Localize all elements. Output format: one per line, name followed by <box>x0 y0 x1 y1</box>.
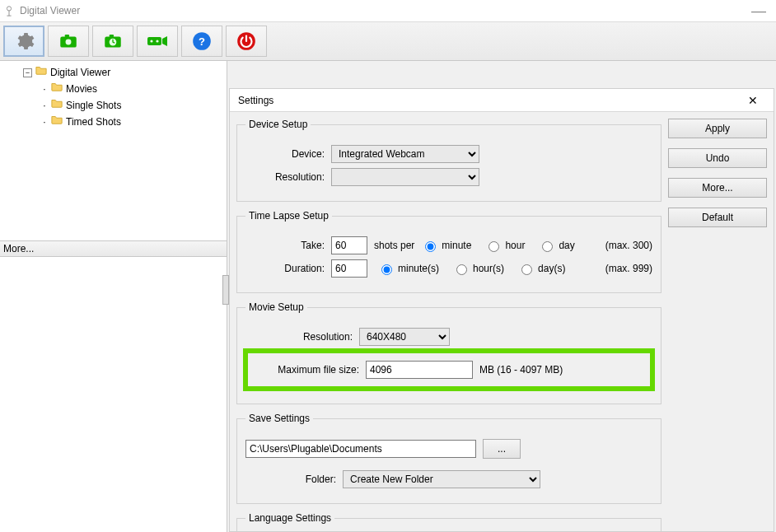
tree-item-label: Movies <box>66 81 97 97</box>
right-area: Settings ✕ Device Setup Device: Integrat… <box>227 61 776 532</box>
folder-icon <box>51 97 63 114</box>
svg-point-0 <box>7 7 11 11</box>
language-settings-group: Language Settings English <box>236 512 661 531</box>
more-button[interactable]: More... <box>668 178 767 198</box>
duration-hour-radio[interactable]: hour(s) <box>452 262 504 275</box>
more-panel-header[interactable]: More... <box>0 240 227 257</box>
duration-hour-radio-input[interactable] <box>456 264 467 275</box>
undo-button[interactable]: Undo <box>668 148 767 168</box>
take-minute-radio[interactable]: minute <box>421 239 471 252</box>
duration-input[interactable] <box>331 259 367 278</box>
close-button[interactable]: ✕ <box>741 94 765 107</box>
max-filesize-input[interactable] <box>366 361 473 379</box>
snapshot-button[interactable] <box>48 26 89 57</box>
settings-title: Settings <box>238 95 273 106</box>
svg-point-11 <box>156 40 158 42</box>
record-button[interactable] <box>137 26 178 57</box>
window-titlebar: Digital Viewer — <box>0 0 776 21</box>
max-filesize-label: Maximum file size: <box>252 364 359 376</box>
save-settings-group: Save Settings ... Folder: Create New Fol… <box>236 413 661 504</box>
tree-collapse-icon[interactable]: − <box>23 68 32 77</box>
camera-icon <box>58 30 79 52</box>
max-filesize-row: Maximum file size: MB (16 - 4097 MB) <box>245 351 652 389</box>
left-empty-area <box>0 257 227 532</box>
take-max-hint: (max. 300) <box>605 240 652 251</box>
timed-shots-button[interactable] <box>92 26 133 57</box>
tree-item-timed-shots[interactable]: · Timed Shots <box>5 114 222 130</box>
browse-button[interactable]: ... <box>483 439 521 459</box>
take-hour-label: hour <box>505 240 525 251</box>
left-panel: − Digital Viewer · Movies · Single Shots… <box>0 61 227 532</box>
folder-icon <box>35 64 47 81</box>
duration-minute-radio[interactable]: minute(s) <box>377 262 439 275</box>
default-button[interactable]: Default <box>668 208 767 227</box>
svg-rect-8 <box>110 35 114 37</box>
cassette-record-icon <box>145 30 170 52</box>
splitter-handle[interactable] <box>222 275 229 305</box>
svg-rect-9 <box>147 37 161 45</box>
duration-day-radio[interactable]: day(s) <box>517 262 565 275</box>
timelapse-setup-group: Time Lapse Setup Take: shots per minute … <box>236 210 661 293</box>
window-title: Digital Viewer <box>20 5 80 16</box>
settings-side-buttons: Apply Undo More... Default <box>668 119 767 525</box>
svg-point-10 <box>150 40 152 42</box>
tree-root-label: Digital Viewer <box>50 64 110 81</box>
shots-per-label: shots per <box>374 240 414 251</box>
take-day-radio-input[interactable] <box>542 241 553 252</box>
save-settings-legend: Save Settings <box>245 413 313 424</box>
duration-hour-label: hour(s) <box>473 263 504 274</box>
toolbar: ? <box>0 21 776 61</box>
folder-icon <box>51 114 63 130</box>
movie-setup-group: Movie Setup Resolution: 640X480 Maximum … <box>236 301 661 404</box>
settings-titlebar: Settings ✕ <box>230 89 774 112</box>
language-settings-legend: Language Settings <box>245 512 334 524</box>
tree-item-label: Timed Shots <box>66 114 121 130</box>
svg-marker-12 <box>162 36 167 46</box>
take-input[interactable] <box>331 236 367 254</box>
power-icon <box>236 30 257 52</box>
device-label: Device: <box>245 148 325 160</box>
camera-timer-icon <box>102 30 124 52</box>
folder-label: Folder: <box>245 474 336 485</box>
settings-dialog: Settings ✕ Device Setup Device: Integrat… <box>229 88 774 532</box>
take-minute-radio-input[interactable] <box>425 241 436 252</box>
help-button[interactable]: ? <box>181 26 222 57</box>
capture-resolution-select[interactable] <box>331 168 479 186</box>
duration-label: Duration: <box>245 263 325 274</box>
save-path-input[interactable] <box>245 440 476 458</box>
duration-minute-radio-input[interactable] <box>381 264 392 275</box>
take-minute-label: minute <box>442 240 471 251</box>
settings-gear-button[interactable] <box>3 26 44 57</box>
power-button[interactable] <box>226 26 267 57</box>
tree-connector-icon: · <box>41 81 48 97</box>
movie-setup-legend: Movie Setup <box>245 301 307 313</box>
tree-item-label: Single Shots <box>66 97 121 114</box>
device-setup-group: Device Setup Device: Integrated Webcam R… <box>236 119 661 202</box>
duration-max-hint: (max. 999) <box>605 263 652 274</box>
device-select[interactable]: Integrated Webcam <box>331 145 479 163</box>
device-setup-legend: Device Setup <box>245 119 311 130</box>
take-day-label: day <box>559 240 574 251</box>
movie-resolution-label: Resolution: <box>245 331 353 343</box>
movie-resolution-select[interactable]: 640X480 <box>359 328 450 346</box>
tree-root[interactable]: − Digital Viewer <box>5 64 222 81</box>
svg-text:?: ? <box>199 35 205 48</box>
app-icon <box>3 5 15 16</box>
tree-item-movies[interactable]: · Movies <box>5 81 222 97</box>
duration-minute-label: minute(s) <box>398 263 439 274</box>
resolution-label: Resolution: <box>245 171 325 183</box>
max-filesize-hint: MB (16 - 4097 MB) <box>479 364 563 376</box>
take-hour-radio-input[interactable] <box>489 241 499 252</box>
take-label: Take: <box>245 240 325 251</box>
svg-rect-5 <box>65 35 69 37</box>
tree-view: − Digital Viewer · Movies · Single Shots… <box>0 61 227 240</box>
duration-day-label: day(s) <box>538 263 565 274</box>
minimize-button[interactable]: — <box>745 2 773 20</box>
duration-day-radio-input[interactable] <box>521 264 532 275</box>
take-day-radio[interactable]: day <box>538 239 574 252</box>
apply-button[interactable]: Apply <box>668 119 767 138</box>
folder-select[interactable]: Create New Folder <box>343 470 540 488</box>
tree-item-single-shots[interactable]: · Single Shots <box>5 97 222 114</box>
tree-connector-icon: · <box>41 114 48 130</box>
take-hour-radio[interactable]: hour <box>484 239 525 252</box>
